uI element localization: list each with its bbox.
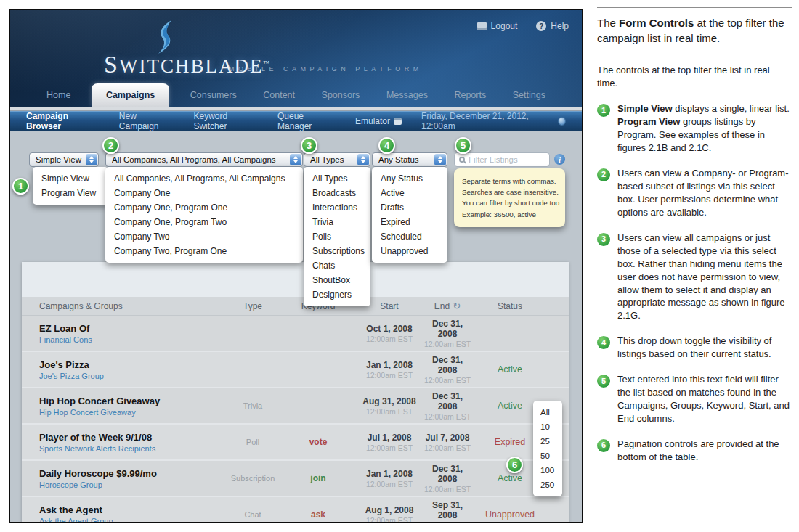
annotation-text: Simple View displays a single, linear li… [617,102,792,155]
menu-item[interactable]: All Types [304,171,370,186]
sub-nav: Campaign Browser New Campaign Keyword Sw… [10,111,582,131]
app-header: Logout ? Help SWITCHBLADE™ MOBILE CAMPAI… [10,10,582,107]
annotation-text: This drop down toggle the visibility of … [617,335,792,361]
company-select[interactable]: All Companies, All Programs, All Campaig… [105,152,303,167]
logo-tagline: MOBILE CAMPAIGN PLATFORM [229,65,423,73]
search-input[interactable] [469,155,538,164]
tab-messages[interactable]: Messages [381,83,434,107]
status-badge: Active [472,364,548,375]
table-header-row: Campaigns & Groups Type Keyword Start En… [22,297,569,316]
sort-icon[interactable]: ↻ [453,300,461,311]
help-link[interactable]: ? Help [536,21,569,31]
annotation-text: Text entered into this text field will f… [617,373,792,425]
menu-item[interactable]: Company One, Program One [105,200,303,215]
campaign-type: Chat [225,510,280,519]
annotation-item: 3 Users can view all campaigns or just t… [597,232,792,323]
tab-campaigns[interactable]: Campaigns [92,83,169,107]
subnav-campaign-browser[interactable]: Campaign Browser [26,111,100,131]
campaign-type: Trivia [225,401,280,410]
campaign-keyword: vote [280,437,356,447]
menu-item[interactable]: Program View [33,186,108,200]
start-date: Jan 1, 200812:00am EST [356,469,423,488]
menu-item[interactable]: Designers [304,287,370,302]
menu-item[interactable]: 250 [533,478,562,492]
status-select[interactable]: Any Status [372,152,447,167]
menu-item[interactable]: Interactions [304,200,370,215]
subnav-new-campaign[interactable]: New Campaign [119,111,174,131]
divider [597,54,792,54]
table-row[interactable]: Hip Hop Concert GiveawayHip Hop Concert … [22,388,569,425]
table-row[interactable]: Joe's PizzaJoe's Pizza Group Jan 1, 2008… [22,352,569,388]
select-stepper-icon [357,154,369,165]
logo-swoosh-icon [150,20,182,54]
campaign-group-link[interactable]: Sports Network Alerts Recipients [39,444,225,453]
menu-item[interactable]: ShoutBox [304,273,370,287]
menu-item[interactable]: Chats [304,258,370,273]
search-icon [459,157,465,163]
menu-item[interactable]: Unapproved [372,244,447,258]
menu-item[interactable]: Subscriptions [304,244,370,258]
table-row[interactable]: Ask the AgentAsk the Agent Group Chat as… [22,497,569,523]
callout-5: 5 [455,137,471,154]
col-type[interactable]: Type [225,301,280,311]
annotation-number: 3 [597,233,610,246]
view-select[interactable]: Simple View [29,152,99,167]
menu-item[interactable]: Company One, Program Two [105,215,303,229]
start-date: Oct 1, 200812:00am EST [356,324,423,343]
menu-item[interactable]: 50 [533,449,562,463]
campaign-group-link[interactable]: Joe's Pizza Group [39,372,225,380]
table-row[interactable]: EZ Loan OfFinancial Cons Oct 1, 200812:0… [22,316,569,352]
view-select-menu: Simple View Program View [33,167,108,205]
annotation-intro: The controls at the top filter the list … [597,64,792,90]
menu-item[interactable]: 100 [533,463,562,478]
campaign-type: Subscription [225,474,280,483]
tab-sponsors[interactable]: Sponsors [316,83,366,107]
col-end[interactable]: End↻ [423,300,472,311]
campaign-group-link[interactable]: Horoscope Group [39,480,225,489]
end-date: Dec 31, 200812:00am EST [423,391,472,421]
logout-link[interactable]: Logout [477,21,518,31]
campaign-group-link[interactable]: Ask the Agent Group [39,517,225,524]
table-row[interactable]: Player of the Week 9/1/08Sports Network … [22,425,569,461]
menu-item[interactable]: All [533,405,562,420]
menu-item[interactable]: Drafts [372,200,447,215]
menu-item[interactable]: Expired [372,215,447,229]
table-row[interactable]: Daily Horoscope $9.99/moHoroscope Group … [22,461,569,497]
menu-item[interactable]: Broadcasts [304,186,370,200]
campaign-name: Joe's Pizza [39,359,225,370]
tab-home[interactable]: Home [41,83,76,107]
type-select[interactable]: All Types [304,152,370,167]
menu-item[interactable]: Company One [105,186,303,200]
tab-reports[interactable]: Reports [448,83,492,107]
filter-search-field[interactable] [454,152,550,167]
callout-4: 4 [378,137,395,154]
menu-item[interactable]: Active [372,186,447,200]
menu-item[interactable]: Company Two [105,229,303,244]
subnav-emulator[interactable]: Emulator [355,116,402,126]
subnav-queue-manager[interactable]: Queue Manager [277,111,336,131]
annotation-item: 2 Users can view a Company- or Program-b… [597,167,792,219]
menu-item[interactable]: 10 [533,420,562,434]
tab-content[interactable]: Content [257,83,301,107]
campaign-group-link[interactable]: Hip Hop Concert Giveaway [39,408,225,417]
menu-item[interactable]: 25 [533,434,562,449]
select-stepper-icon [290,154,301,165]
menu-item[interactable]: Trivia [304,215,370,229]
col-status[interactable]: Status [472,301,548,311]
logo-wordmark: SWITCHBLADE™ [104,51,271,78]
tab-settings[interactable]: Settings [507,83,551,107]
menu-item[interactable]: All Companies, All Programs, All Campaig… [105,171,303,186]
menu-item[interactable]: Company Two, Program One [105,244,303,258]
globe-icon [558,117,566,126]
menu-item[interactable]: Scheduled [372,229,447,244]
tab-consumers[interactable]: Consumers [184,83,243,107]
menu-item[interactable]: Any Status [372,171,447,186]
campaign-group-link[interactable]: Financial Cons [39,335,225,344]
menu-item[interactable]: Simple View [33,171,108,186]
subnav-keyword-switcher[interactable]: Keyword Switcher [193,111,258,131]
info-icon[interactable]: i [554,154,565,165]
table-body: EZ Loan OfFinancial Cons Oct 1, 200812:0… [22,316,569,523]
menu-item[interactable]: Polls [304,229,370,244]
col-campaigns-groups[interactable]: Campaigns & Groups [39,301,225,311]
campaign-name: Daily Horoscope $9.99/mo [39,468,225,479]
